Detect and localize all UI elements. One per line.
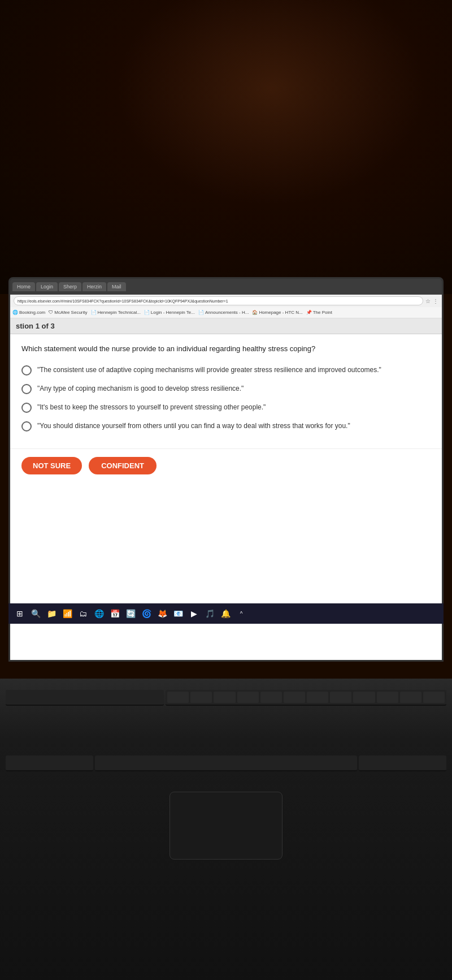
bookmark-hennepin[interactable]: 📄 Hennepin Technical...	[91, 310, 141, 315]
keyboard-key[interactable]	[6, 690, 164, 706]
action-buttons-row: NOT SURE CONFIDENT	[10, 448, 442, 482]
bookmark-mcafee[interactable]: 🛡 McAfee Security	[49, 310, 87, 315]
taskbar-wifi-icon[interactable]: 📶	[60, 607, 74, 620]
bookmarks-bar: 🌐 Booking.com 🛡 McAfee Security 📄 Hennep…	[10, 307, 442, 318]
answer-option-a[interactable]: "The consistent use of adaptive coping m…	[21, 365, 431, 375]
browser-tab-home[interactable]: Home	[12, 282, 35, 291]
taskbar-windows-icon[interactable]: ⊞	[13, 607, 27, 620]
answer-option-b[interactable]: "Any type of coping mechanism is good to…	[21, 383, 431, 394]
option-text-a: "The consistent use of adaptive coping m…	[37, 365, 381, 375]
bookmark-booking[interactable]: 🌐 Booking.com	[12, 310, 45, 315]
room-background	[0, 0, 452, 294]
question-counter: stion 1 of 3	[10, 318, 442, 334]
taskbar-search-icon[interactable]: 🔍	[29, 607, 42, 620]
url-bar-row: https://eols.elsevier.com/#/mini/10SFS83…	[10, 295, 442, 307]
confident-button[interactable]: CONFIDENT	[89, 457, 157, 474]
radio-d[interactable]	[21, 421, 32, 431]
bookmark-announcements[interactable]: 📄 Announcements - H...	[198, 310, 249, 315]
taskbar-firefox-icon[interactable]: 🦊	[155, 607, 169, 620]
taskbar-app1-icon[interactable]: 🌀	[140, 607, 153, 620]
main-content: Which statement would the nurse provide …	[10, 334, 442, 448]
taskbar: ⊞ 🔍 📁 📶 🗂 🌐 📅 🔄 🌀 🦊 📧 ▶ 🎵 🔔 ^	[8, 603, 444, 624]
taskbar-mail-icon[interactable]: 📧	[171, 607, 185, 620]
bookmark-homepage[interactable]: 🏠 Homepage - HTC N...	[252, 310, 302, 315]
option-text-c: "It's best to keep the stressors to your…	[37, 402, 266, 412]
browser-tab-mail[interactable]: Mail	[107, 282, 126, 291]
not-sure-button[interactable]: NOT SURE	[21, 457, 82, 474]
option-text-d: "You should distance yourself from other…	[37, 421, 350, 431]
radio-a[interactable]	[21, 365, 32, 375]
bookmark-thepoint[interactable]: 📌 The Point	[306, 310, 332, 315]
trackpad[interactable]	[169, 792, 282, 860]
browser-tab-login[interactable]: Login	[36, 282, 58, 291]
radio-b[interactable]	[21, 384, 32, 394]
taskbar-media-icon[interactable]: ▶	[187, 607, 201, 620]
url-bar[interactable]: https://eols.elsevier.com/#/mini/10SFS83…	[14, 296, 423, 305]
browser-tab-herzin[interactable]: Herzin	[82, 282, 106, 291]
taskbar-calendar-icon[interactable]: 📅	[108, 607, 121, 620]
laptop-body	[0, 679, 452, 980]
answer-option-d[interactable]: "You should distance yourself from other…	[21, 421, 431, 431]
star-icon[interactable]: ☆	[425, 298, 431, 304]
taskbar-browser-icon[interactable]: 🌐	[92, 607, 106, 620]
taskbar-notify-icon[interactable]: 🔔	[219, 607, 232, 620]
radio-c[interactable]	[21, 403, 32, 413]
taskbar-update-icon[interactable]: 🔄	[124, 607, 137, 620]
answer-option-c[interactable]: "It's best to keep the stressors to your…	[21, 402, 431, 413]
taskbar-file-icon[interactable]: 📁	[45, 607, 58, 620]
browser-tab-sherp[interactable]: Sherp	[59, 282, 81, 291]
settings-icon[interactable]: ⋮	[433, 298, 438, 304]
browser-tabs-bar: Home Login Sherp Herzin Mail	[10, 279, 442, 295]
option-text-b: "Any type of coping mechanism is good to…	[37, 383, 244, 394]
taskbar-arrow-icon[interactable]: ^	[234, 607, 248, 620]
taskbar-music-icon[interactable]: 🎵	[203, 607, 216, 620]
bookmark-login[interactable]: 📄 Login - Hennepin Te...	[144, 310, 195, 315]
taskbar-folder-icon[interactable]: 🗂	[76, 607, 90, 620]
question-text: Which statement would the nurse provide …	[21, 343, 431, 355]
